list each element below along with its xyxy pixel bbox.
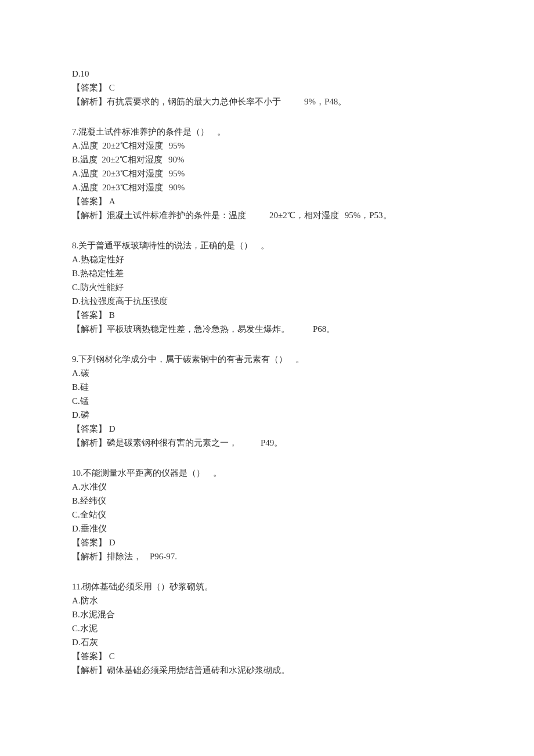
q11-option-d: D.石灰 <box>72 635 462 649</box>
q10-option-a: A.水准仪 <box>72 480 462 494</box>
question-11: 11.砌体基础必须采用（）砂浆砌筑。 A.防水 B.水泥混合 C.水泥 D.石灰… <box>72 580 462 677</box>
q9-option-a: A.碳 <box>72 366 462 380</box>
option-text-b: 95% <box>169 141 185 150</box>
stem-punct: 。 <box>217 127 226 136</box>
q8-explanation: 【解析】平板玻璃热稳定性差，急冷急热，易发生爆炸。P68。 <box>72 322 462 336</box>
answer-value: B <box>107 310 115 320</box>
explanation-text-b: P68。 <box>313 324 335 334</box>
q6-answer: 【答案】 C <box>72 81 462 95</box>
explanation-label: 【解析】 <box>72 211 107 220</box>
stem-text: 10.不能测量水平距离的仪器是（） <box>72 468 205 478</box>
q7-explanation: 【解析】混凝土试件标准养护的条件是：温度20±2℃，相对湿度95%，P53。 <box>72 208 462 222</box>
q7-option-a: A.温度 20±2℃相对湿度95% <box>72 139 462 153</box>
option-text-b: 95% <box>169 169 185 178</box>
q8-stem: 8.关于普通平板玻璃特性的说法，正确的是（）。 <box>72 238 462 252</box>
q10-option-d: D.垂准仪 <box>72 522 462 536</box>
option-text-a: A.温度 20±3℃相对湿度 <box>72 183 163 192</box>
explanation-text-a: 排除法， <box>107 552 142 561</box>
answer-value: C <box>107 83 115 92</box>
q11-explanation: 【解析】砌体基础必须采用烧结普通砖和水泥砂浆砌成。 <box>72 663 462 677</box>
answer-value: C <box>107 652 115 661</box>
explanation-text-b: 9%，P48。 <box>304 97 347 106</box>
stem-punct: 。 <box>261 241 269 250</box>
q8-option-b: B.热稳定性差 <box>72 266 462 280</box>
stem-punct: 。 <box>295 355 304 364</box>
q10-stem: 10.不能测量水平距离的仪器是（）。 <box>72 466 462 480</box>
explanation-label: 【解析】 <box>72 97 107 106</box>
q6-explanation: 【解析】有抗震要求的，钢筋的最大力总伸长率不小于9%，P48。 <box>72 95 462 108</box>
q10-answer: 【答案】 D <box>72 536 462 549</box>
answer-value: D <box>107 538 116 547</box>
q9-option-b: B.硅 <box>72 380 462 394</box>
answer-label: 【答案】 <box>72 652 107 661</box>
explanation-text: 砌体基础必须采用烧结普通砖和水泥砂浆砌成。 <box>107 665 290 675</box>
q11-option-b: B.水泥混合 <box>72 607 462 621</box>
q11-option-a: A.防水 <box>72 594 462 607</box>
q8-option-d: D.抗拉强度高于抗压强度 <box>72 294 462 308</box>
question-8: 8.关于普通平板玻璃特性的说法，正确的是（）。 A.热稳定性好 B.热稳定性差 … <box>72 238 462 336</box>
page-content: D.10 【答案】 C 【解析】有抗震要求的，钢筋的最大力总伸长率不小于9%，P… <box>0 0 534 728</box>
question-10: 10.不能测量水平距离的仪器是（）。 A.水准仪 B.经纬仪 C.全站仪 D.垂… <box>72 466 462 563</box>
option-text-b: 90% <box>169 183 185 192</box>
answer-label: 【答案】 <box>72 310 107 320</box>
explanation-text-a: 磷是碳素钢种很有害的元素之一， <box>107 438 237 447</box>
explanation-label: 【解析】 <box>72 438 107 447</box>
q9-option-d: D.磷 <box>72 408 462 422</box>
stem-punct: 。 <box>213 468 222 478</box>
explanation-text-c: 95%，P53。 <box>345 211 392 220</box>
q11-option-c: C.水泥 <box>72 621 462 635</box>
answer-value: A <box>107 197 116 206</box>
q11-stem: 11.砌体基础必须采用（）砂浆砌筑。 <box>72 580 462 594</box>
q7-option-d: A.温度 20±3℃相对湿度90% <box>72 180 462 194</box>
q10-explanation: 【解析】排除法，P96-97. <box>72 549 462 563</box>
answer-label: 【答案】 <box>72 424 107 433</box>
q7-option-b: B.温度 20±2℃相对湿度90% <box>72 153 462 167</box>
q10-option-b: B.经纬仪 <box>72 494 462 508</box>
question-6-tail: D.10 【答案】 C 【解析】有抗震要求的，钢筋的最大力总伸长率不小于9%，P… <box>72 67 462 108</box>
explanation-text-b: 20±2℃，相对湿度 <box>269 211 339 220</box>
explanation-label: 【解析】 <box>72 324 107 334</box>
q6-option-d: D.10 <box>72 67 462 81</box>
explanation-text-a: 混凝土试件标准养护的条件是：温度 <box>107 211 246 220</box>
explanation-text-b: P96-97. <box>150 552 177 561</box>
q7-stem: 7.混凝土试件标准养护的条件是（）。 <box>72 125 462 139</box>
explanation-text-b: P49。 <box>261 438 283 447</box>
q11-answer: 【答案】 C <box>72 649 462 663</box>
question-7: 7.混凝土试件标准养护的条件是（）。 A.温度 20±2℃相对湿度95% B.温… <box>72 125 462 222</box>
q9-answer: 【答案】 D <box>72 422 462 436</box>
stem-text: 8.关于普通平板玻璃特性的说法，正确的是（） <box>72 241 252 250</box>
option-text-a: A.温度 20±2℃相对湿度 <box>72 141 163 150</box>
q7-answer: 【答案】 A <box>72 194 462 208</box>
q9-stem: 9.下列钢材化学成分中，属于碳素钢中的有害元素有（）。 <box>72 352 462 366</box>
q8-option-a: A.热稳定性好 <box>72 252 462 266</box>
explanation-label: 【解析】 <box>72 665 107 675</box>
explanation-label: 【解析】 <box>72 552 107 561</box>
option-text-a: A.温度 20±3℃相对湿度 <box>72 169 163 178</box>
answer-label: 【答案】 <box>72 197 107 206</box>
explanation-text-a: 有抗震要求的，钢筋的最大力总伸长率不小于 <box>107 97 281 106</box>
q8-answer: 【答案】 B <box>72 308 462 322</box>
answer-label: 【答案】 <box>72 83 107 92</box>
explanation-text-a: 平板玻璃热稳定性差，急冷急热，易发生爆炸。 <box>107 324 290 334</box>
stem-text: 7.混凝土试件标准养护的条件是（） <box>72 127 209 136</box>
option-text-a: B.温度 20±2℃相对湿度 <box>72 155 163 164</box>
q7-option-c: A.温度 20±3℃相对湿度95% <box>72 167 462 180</box>
q9-explanation: 【解析】磷是碳素钢种很有害的元素之一，P49。 <box>72 436 462 450</box>
answer-label: 【答案】 <box>72 538 107 547</box>
answer-value: D <box>107 424 116 433</box>
q10-option-c: C.全站仪 <box>72 508 462 522</box>
question-9: 9.下列钢材化学成分中，属于碳素钢中的有害元素有（）。 A.碳 B.硅 C.锰 … <box>72 352 462 450</box>
option-text-b: 90% <box>168 155 185 164</box>
q9-option-c: C.锰 <box>72 394 462 408</box>
stem-text: 9.下列钢材化学成分中，属于碳素钢中的有害元素有（） <box>72 355 287 364</box>
q8-option-c: C.防火性能好 <box>72 280 462 294</box>
